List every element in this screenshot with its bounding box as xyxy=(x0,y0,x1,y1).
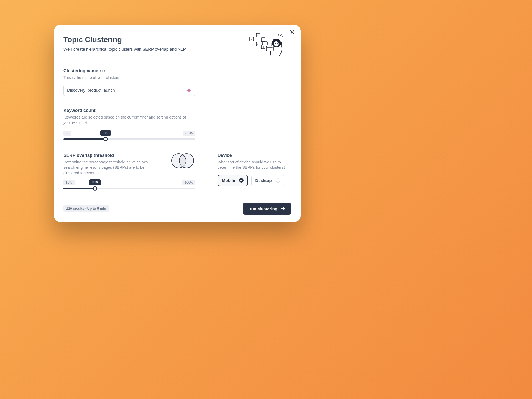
divider xyxy=(63,148,291,148)
modal-subtitle: We'll create hierarchical topic clusters… xyxy=(63,47,246,52)
run-clustering-button[interactable]: Run clustering xyxy=(243,203,291,215)
svg-rect-12 xyxy=(261,38,265,42)
clustering-name-label: Clustering name xyxy=(63,68,98,73)
serp-threshold-slider[interactable]: 10% 100% 30% xyxy=(63,180,195,190)
keyword-min-tick: 50 xyxy=(63,131,71,136)
serp-min-tick: 10% xyxy=(63,180,75,185)
serp-threshold-section: SERP overlap threshold Determine the per… xyxy=(63,153,195,190)
device-option-mobile[interactable]: Mobile xyxy=(218,175,248,186)
device-desktop-label: Desktop xyxy=(255,178,272,183)
keyword-count-slider[interactable]: 50 2 019 100 xyxy=(63,131,195,141)
credit-estimate-chip: 120 credits · Up to 5 min xyxy=(63,205,109,212)
svg-point-0 xyxy=(273,41,279,47)
divider xyxy=(63,103,291,103)
device-mobile-label: Mobile xyxy=(222,178,235,183)
keyword-count-section: Keyword count Keywords are selected base… xyxy=(63,108,291,141)
svg-text:B: B xyxy=(257,34,259,37)
check-icon xyxy=(239,178,244,183)
radio-icon xyxy=(276,178,280,183)
svg-line-17 xyxy=(282,36,283,37)
clustering-name-section: Clustering name i This is the name of yo… xyxy=(63,68,291,96)
info-icon[interactable]: i xyxy=(100,69,105,73)
clustering-name-input[interactable] xyxy=(67,88,183,93)
svg-text:C: C xyxy=(257,43,259,45)
divider xyxy=(63,197,291,197)
header-illustration: A B C 5 xyxy=(246,32,288,57)
slider-thumb[interactable] xyxy=(103,137,108,141)
run-button-label: Run clustering xyxy=(248,206,277,211)
keyword-max-tick: 2 019 xyxy=(183,131,195,136)
keyword-count-label: Keyword count xyxy=(63,108,291,113)
close-button[interactable] xyxy=(289,29,296,35)
device-option-desktop[interactable]: Desktop xyxy=(251,175,284,186)
device-help: What sort of device should we use to det… xyxy=(218,160,291,170)
svg-rect-13 xyxy=(262,42,267,45)
venn-icon xyxy=(169,153,196,168)
clustering-name-help: This is the name of your clustering. xyxy=(63,75,291,81)
svg-point-2 xyxy=(277,44,278,44)
close-icon xyxy=(290,30,295,34)
slider-thumb[interactable] xyxy=(93,186,97,191)
modal-header: Topic Clustering We'll create hierarchic… xyxy=(63,33,291,57)
keyword-value-bubble: 100 xyxy=(100,130,111,136)
svg-line-16 xyxy=(280,34,281,36)
serp-max-tick: 100% xyxy=(182,180,195,185)
device-section: Device What sort of device should we use… xyxy=(218,153,291,190)
sparkle-icon xyxy=(186,88,192,93)
svg-text:A: A xyxy=(251,38,252,40)
modal-title: Topic Clustering xyxy=(63,35,246,44)
divider xyxy=(63,63,291,63)
svg-rect-3 xyxy=(266,46,273,51)
clustering-name-input-wrap[interactable] xyxy=(63,85,195,96)
serp-help: Determine the percentage threshold at wh… xyxy=(63,160,152,176)
keyword-count-help: Keywords are selected based on the curre… xyxy=(63,115,191,126)
svg-text:5: 5 xyxy=(263,46,264,48)
device-label: Device xyxy=(218,153,291,158)
arrow-right-icon xyxy=(281,207,286,211)
svg-point-1 xyxy=(275,44,276,44)
serp-value-bubble: 30% xyxy=(89,179,101,185)
topic-clustering-modal: Topic Clustering We'll create hierarchic… xyxy=(54,25,301,222)
